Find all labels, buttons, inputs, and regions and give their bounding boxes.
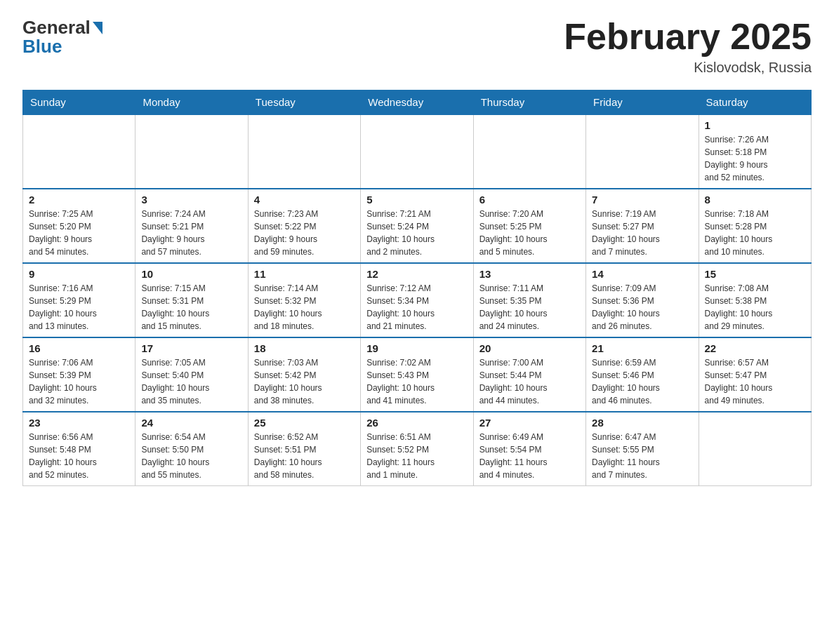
day-number: 15 [705, 268, 805, 280]
day-number: 7 [592, 194, 692, 206]
day-number: 28 [592, 417, 692, 429]
calendar-cell: 16Sunrise: 7:06 AM Sunset: 5:39 PM Dayli… [23, 337, 135, 412]
weekday-header-wednesday: Wednesday [361, 90, 473, 115]
weekday-header-tuesday: Tuesday [248, 90, 360, 115]
calendar-cell [23, 114, 135, 189]
day-info: Sunrise: 6:59 AM Sunset: 5:46 PM Dayligh… [592, 356, 692, 407]
title-section: February 2025 Kislovodsk, Russia [564, 17, 812, 76]
day-info: Sunrise: 7:18 AM Sunset: 5:28 PM Dayligh… [705, 208, 805, 258]
day-info: Sunrise: 7:24 AM Sunset: 5:21 PM Dayligh… [141, 208, 241, 258]
calendar-cell: 12Sunrise: 7:12 AM Sunset: 5:34 PM Dayli… [361, 263, 473, 337]
calendar-cell: 18Sunrise: 7:03 AM Sunset: 5:42 PM Dayli… [248, 337, 360, 412]
calendar-cell: 9Sunrise: 7:16 AM Sunset: 5:29 PM Daylig… [23, 263, 135, 337]
day-number: 24 [141, 417, 241, 429]
calendar-cell: 19Sunrise: 7:02 AM Sunset: 5:43 PM Dayli… [361, 337, 473, 412]
day-info: Sunrise: 7:26 AM Sunset: 5:18 PM Dayligh… [705, 133, 805, 184]
day-info: Sunrise: 6:54 AM Sunset: 5:50 PM Dayligh… [141, 431, 241, 481]
logo: General Blue [22, 17, 102, 58]
day-info: Sunrise: 7:11 AM Sunset: 5:35 PM Dayligh… [479, 282, 580, 333]
calendar-cell: 20Sunrise: 7:00 AM Sunset: 5:44 PM Dayli… [473, 337, 585, 412]
location: Kislovodsk, Russia [564, 60, 812, 76]
calendar-cell: 21Sunrise: 6:59 AM Sunset: 5:46 PM Dayli… [586, 337, 699, 412]
day-number: 20 [479, 342, 580, 354]
day-info: Sunrise: 6:52 AM Sunset: 5:51 PM Dayligh… [254, 431, 355, 481]
calendar-week-row: 1Sunrise: 7:26 AM Sunset: 5:18 PM Daylig… [23, 114, 812, 189]
month-title: February 2025 [564, 17, 812, 57]
calendar-cell: 17Sunrise: 7:05 AM Sunset: 5:40 PM Dayli… [135, 337, 248, 412]
day-number: 27 [479, 417, 580, 429]
calendar-cell: 14Sunrise: 7:09 AM Sunset: 5:36 PM Dayli… [586, 263, 699, 337]
day-info: Sunrise: 7:09 AM Sunset: 5:36 PM Dayligh… [592, 282, 692, 333]
day-info: Sunrise: 7:19 AM Sunset: 5:27 PM Dayligh… [592, 208, 692, 258]
calendar-cell [586, 114, 699, 189]
day-info: Sunrise: 7:14 AM Sunset: 5:32 PM Dayligh… [254, 282, 355, 333]
calendar-cell: 1Sunrise: 7:26 AM Sunset: 5:18 PM Daylig… [699, 114, 811, 189]
page-header: General Blue February 2025 Kislovodsk, R… [22, 17, 812, 76]
calendar-header-row: SundayMondayTuesdayWednesdayThursdayFrid… [23, 90, 812, 115]
calendar-cell: 27Sunrise: 6:49 AM Sunset: 5:54 PM Dayli… [473, 412, 585, 486]
day-info: Sunrise: 6:51 AM Sunset: 5:52 PM Dayligh… [366, 431, 467, 481]
day-number: 3 [141, 194, 241, 206]
day-number: 19 [366, 342, 467, 354]
weekday-header-thursday: Thursday [473, 90, 585, 115]
day-info: Sunrise: 7:15 AM Sunset: 5:31 PM Dayligh… [141, 282, 241, 333]
day-info: Sunrise: 7:06 AM Sunset: 5:39 PM Dayligh… [29, 356, 129, 407]
day-number: 5 [366, 194, 467, 206]
day-number: 8 [705, 194, 805, 206]
day-number: 1 [705, 119, 805, 131]
day-number: 26 [366, 417, 467, 429]
day-info: Sunrise: 6:56 AM Sunset: 5:48 PM Dayligh… [29, 431, 129, 481]
day-info: Sunrise: 7:00 AM Sunset: 5:44 PM Dayligh… [479, 356, 580, 407]
calendar-week-row: 16Sunrise: 7:06 AM Sunset: 5:39 PM Dayli… [23, 337, 812, 412]
day-number: 17 [141, 342, 241, 354]
calendar-week-row: 9Sunrise: 7:16 AM Sunset: 5:29 PM Daylig… [23, 263, 812, 337]
day-number: 9 [29, 268, 129, 280]
day-number: 14 [592, 268, 692, 280]
day-info: Sunrise: 7:12 AM Sunset: 5:34 PM Dayligh… [366, 282, 467, 333]
calendar-cell: 25Sunrise: 6:52 AM Sunset: 5:51 PM Dayli… [248, 412, 360, 486]
day-info: Sunrise: 6:57 AM Sunset: 5:47 PM Dayligh… [705, 356, 805, 407]
calendar-cell [135, 114, 248, 189]
calendar-cell: 8Sunrise: 7:18 AM Sunset: 5:28 PM Daylig… [699, 189, 811, 263]
day-info: Sunrise: 7:02 AM Sunset: 5:43 PM Dayligh… [366, 356, 467, 407]
weekday-header-saturday: Saturday [699, 90, 811, 115]
calendar-cell [473, 114, 585, 189]
logo-blue: Blue [22, 36, 62, 58]
day-info: Sunrise: 6:49 AM Sunset: 5:54 PM Dayligh… [479, 431, 580, 481]
calendar-cell [699, 412, 811, 486]
day-info: Sunrise: 6:47 AM Sunset: 5:55 PM Dayligh… [592, 431, 692, 481]
day-number: 25 [254, 417, 355, 429]
day-number: 21 [592, 342, 692, 354]
day-number: 16 [29, 342, 129, 354]
day-info: Sunrise: 7:21 AM Sunset: 5:24 PM Dayligh… [366, 208, 467, 258]
day-number: 12 [366, 268, 467, 280]
calendar-cell: 11Sunrise: 7:14 AM Sunset: 5:32 PM Dayli… [248, 263, 360, 337]
calendar-cell [361, 114, 473, 189]
day-info: Sunrise: 7:05 AM Sunset: 5:40 PM Dayligh… [141, 356, 241, 407]
weekday-header-monday: Monday [135, 90, 248, 115]
day-number: 22 [705, 342, 805, 354]
day-number: 2 [29, 194, 129, 206]
day-info: Sunrise: 7:03 AM Sunset: 5:42 PM Dayligh… [254, 356, 355, 407]
calendar-cell: 10Sunrise: 7:15 AM Sunset: 5:31 PM Dayli… [135, 263, 248, 337]
day-number: 6 [479, 194, 580, 206]
calendar-cell [248, 114, 360, 189]
day-number: 18 [254, 342, 355, 354]
calendar-cell: 28Sunrise: 6:47 AM Sunset: 5:55 PM Dayli… [586, 412, 699, 486]
logo-arrow-icon [93, 22, 102, 34]
day-number: 4 [254, 194, 355, 206]
day-number: 10 [141, 268, 241, 280]
calendar-cell: 15Sunrise: 7:08 AM Sunset: 5:38 PM Dayli… [699, 263, 811, 337]
calendar-cell: 6Sunrise: 7:20 AM Sunset: 5:25 PM Daylig… [473, 189, 585, 263]
day-info: Sunrise: 7:23 AM Sunset: 5:22 PM Dayligh… [254, 208, 355, 258]
day-info: Sunrise: 7:16 AM Sunset: 5:29 PM Dayligh… [29, 282, 129, 333]
weekday-header-friday: Friday [586, 90, 699, 115]
calendar-cell: 22Sunrise: 6:57 AM Sunset: 5:47 PM Dayli… [699, 337, 811, 412]
calendar-cell: 13Sunrise: 7:11 AM Sunset: 5:35 PM Dayli… [473, 263, 585, 337]
calendar-cell: 5Sunrise: 7:21 AM Sunset: 5:24 PM Daylig… [361, 189, 473, 263]
calendar-table: SundayMondayTuesdayWednesdayThursdayFrid… [22, 90, 812, 486]
day-number: 13 [479, 268, 580, 280]
calendar-cell: 3Sunrise: 7:24 AM Sunset: 5:21 PM Daylig… [135, 189, 248, 263]
calendar-cell: 2Sunrise: 7:25 AM Sunset: 5:20 PM Daylig… [23, 189, 135, 263]
calendar-cell: 26Sunrise: 6:51 AM Sunset: 5:52 PM Dayli… [361, 412, 473, 486]
